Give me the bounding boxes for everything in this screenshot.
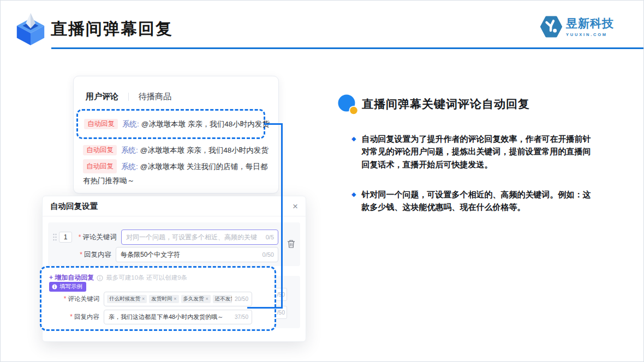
- comment-sender: 系统:: [121, 162, 138, 171]
- required-mark: *: [64, 295, 67, 303]
- page-title: 直播间弹幕回复: [51, 18, 173, 40]
- keyword-tag: 什么时候发货×: [107, 295, 147, 303]
- keyword-tag: 发货时间×: [149, 295, 178, 303]
- comments-tabs: 用户评论 待播商品: [86, 92, 171, 102]
- page: 直播间弹幕回复 昱新科技 YUUXIN.COM 用户评论 待播商品 自动回复系统…: [0, 0, 644, 362]
- drag-handle-icon[interactable]: [52, 233, 58, 242]
- highlight-box-example: + 增加自动回复 最多可建10条 还可以创建9条 填写示例 *评论关键词 什么时…: [40, 266, 276, 331]
- required-mark: *: [70, 313, 73, 321]
- example-badge: 填写示例: [49, 282, 86, 292]
- example-reply-counter: 37/50: [235, 314, 248, 320]
- comment-text: @冰墩墩本墩 亲亲，我们48小时内发货: [140, 146, 269, 154]
- modal-title: 自动回复设置: [50, 201, 98, 212]
- comment-text: @冰墩墩本墩 亲亲，我们48小时内发货: [141, 120, 270, 128]
- info-heading: 直播间弹幕关键词评论自动回复: [362, 96, 530, 112]
- example-reply-field: 37/50: [104, 310, 252, 324]
- required-mark: *: [79, 233, 81, 241]
- example-keyword-counter: 20/50: [235, 296, 248, 302]
- tag-remove-icon[interactable]: ×: [206, 296, 208, 301]
- example-keyword-label: 评论关键词: [68, 295, 100, 303]
- comment-row-1: 自动回复系统:@冰墩墩本墩 亲亲，我们48小时内发货: [84, 119, 270, 129]
- example-reply-label: 回复内容: [74, 313, 99, 321]
- cube-logo-icon: [14, 12, 47, 47]
- bullet-text: 针对同一个问题，可设置多个相近的、高频的关键词。例如：这款多少钱、这块能优惠吗、…: [361, 188, 596, 214]
- comment-sender: 系统:: [122, 120, 139, 128]
- company-logo-text: 昱新科技 YUUXIN.COM: [566, 16, 614, 37]
- tag-remove-icon[interactable]: ×: [174, 296, 176, 301]
- keyword-tag: 多久发货×: [181, 295, 211, 303]
- comment-row-3: 自动回复系统:@冰墩墩本墩 关注我们的店铺，每日都有热门推荐呦～: [83, 159, 269, 189]
- example-keyword-row: *评论关键词 什么时候发货× 发货时间× 多久发货× 还不发货× 20/50: [46, 291, 256, 306]
- keyword-label: 评论关键词: [83, 233, 117, 242]
- auto-reply-badge: 自动回复: [83, 159, 117, 173]
- example-keyword-field[interactable]: 什么时候发货× 发货时间× 多久发货× 还不发货× 20/50: [104, 292, 252, 306]
- highlight-box-comment: 自动回复系统:@冰墩墩本墩 亲亲，我们48小时内发货: [76, 109, 265, 139]
- info-bullet-1: ◆ 自动回复设置为了提升作者的评论回复效率，作者可在开播前针对常见的评论用户问题…: [351, 132, 624, 171]
- keyword-tags: 什么时候发货× 发货时间× 多久发货× 还不发货×: [104, 295, 232, 303]
- auto-reply-badge: 自动回复: [83, 145, 117, 155]
- reply-counter: 0/50: [263, 251, 274, 258]
- info-circle-icon: [97, 275, 103, 281]
- example-reply-input[interactable]: [104, 313, 252, 320]
- required-mark: *: [80, 251, 82, 258]
- tab-user-comments[interactable]: 用户评论: [86, 92, 118, 102]
- add-auto-reply-hint: 最多可建10条 还可以创建9条: [106, 274, 187, 282]
- diamond-bullet-icon: ◆: [351, 191, 356, 214]
- header-underline: [51, 47, 644, 49]
- info-filled-icon: [52, 284, 57, 289]
- reply-field: 0/50: [116, 247, 278, 262]
- tab-divider: [128, 93, 129, 101]
- diamond-bullet-icon: ◆: [351, 135, 356, 171]
- example-badge-label: 填写示例: [59, 283, 82, 291]
- comment-row-2: 自动回复系统:@冰墩墩本墩 亲亲，我们48小时内发货: [83, 145, 269, 155]
- chat-bubble-icon: [337, 94, 360, 117]
- comment-sender: 系统:: [121, 146, 138, 154]
- company-name: 昱新科技: [566, 16, 614, 31]
- company-logo-icon: [540, 15, 563, 38]
- keyword-counter: 0/5: [266, 234, 274, 240]
- connector-line-bottom: [247, 307, 283, 309]
- example-reply-row: *回复内容 37/50: [46, 309, 256, 324]
- auto-reply-rule-section: 1 *评论关键词 0/5 *回复内容 0/50: [48, 222, 300, 266]
- reply-label: 回复内容: [84, 250, 111, 260]
- company-domain: YUUXIN.COM: [566, 32, 614, 37]
- connector-line-vertical: [281, 123, 283, 309]
- reply-input[interactable]: [116, 251, 278, 258]
- add-auto-reply-button[interactable]: + 增加自动回复: [49, 273, 94, 282]
- reply-form-row: *回复内容 0/50: [52, 247, 278, 262]
- auto-reply-badge: 自动回复: [84, 119, 118, 129]
- rule-index: 1: [59, 232, 72, 243]
- tab-pending-products[interactable]: 待播商品: [139, 92, 171, 102]
- info-bullet-2: ◆ 针对同一个问题，可设置多个相近的、高频的关键词。例如：这款多少钱、这块能优惠…: [351, 188, 624, 214]
- modal-header: 自动回复设置 ×: [43, 196, 306, 216]
- keyword-tag: 还不发货×: [213, 295, 232, 303]
- bullet-text: 自动回复设置为了提升作者的评论回复效率，作者可在开播前针对常见的评论用户问题，提…: [361, 132, 596, 171]
- keyword-input[interactable]: [122, 233, 278, 241]
- add-auto-reply-row: + 增加自动回复 最多可建10条 还可以创建9条: [49, 273, 187, 282]
- keyword-form-row: 1 *评论关键词 0/5: [52, 230, 278, 245]
- delete-rule-icon[interactable]: [287, 239, 295, 251]
- close-icon[interactable]: ×: [293, 202, 298, 211]
- keyword-field: 0/5: [121, 230, 278, 245]
- connector-line-top: [264, 123, 283, 125]
- tag-remove-icon[interactable]: ×: [142, 296, 145, 301]
